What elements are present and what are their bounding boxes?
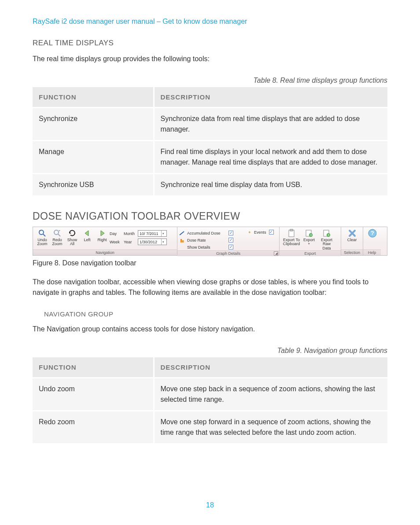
chevron-down-icon: ▾ (161, 239, 165, 245)
ribbon-group-help: ? Help (363, 227, 381, 255)
rtd-intro-text: The real time displays group provides th… (33, 54, 387, 64)
events-label: Events (254, 230, 266, 235)
redo-zoom-button[interactable]: Redo Zoom (50, 228, 65, 246)
show-all-button[interactable]: Show All (65, 228, 80, 246)
col-function: FUNCTION (33, 87, 154, 108)
export-raw-data-button[interactable]: Export Raw Data (317, 228, 337, 250)
undo-zoom-icon (38, 229, 47, 238)
export-to-clipboard-button[interactable]: Export To Clipboard (281, 228, 302, 246)
events-checkbox[interactable]: ✓ (269, 230, 274, 235)
col-description: DESCRIPTION (154, 357, 387, 378)
show-details-checkbox[interactable]: ✓ (228, 245, 233, 250)
week-button[interactable]: Week (110, 240, 123, 244)
clipboard-icon (287, 229, 296, 238)
dose-rate-checkbox[interactable]: ✓ (228, 238, 233, 242)
table9-caption: Table 9. Navigation group functions (33, 347, 387, 355)
table-rtd-functions: FUNCTION DESCRIPTION Synchronize Synchro… (33, 87, 387, 195)
group-title-selection: Selection (341, 250, 363, 255)
table-row: Synchronize Synchronize data from real t… (33, 108, 387, 141)
table-nav-functions: FUNCTION DESCRIPTION Undo zoom Move one … (33, 357, 387, 443)
table-row: Undo zoom Move one step back in a sequen… (33, 378, 387, 411)
help-icon: ? (368, 229, 376, 238)
svg-line-4 (180, 231, 184, 235)
dose-navigation-toolbar: Undo Zoom Redo Zoom Show All (33, 227, 387, 256)
line-icon (179, 231, 184, 236)
table8-caption: Table 8. Real time displays group functi… (33, 77, 387, 84)
clear-button[interactable]: Clear (343, 228, 361, 242)
accumulated-dose-label: Accumulated Dose (187, 231, 227, 235)
start-date-picker[interactable]: 10/ 7/2011 ▾ (138, 230, 167, 237)
svg-text:?: ? (371, 230, 374, 236)
show-details-label: Show Details (187, 245, 227, 250)
breadcrumb: RaySafe i2 dose manager user manual – Ge… (33, 18, 387, 26)
star-icon: ✦ (248, 230, 251, 235)
svg-point-2 (54, 230, 59, 235)
chevron-down-icon: ▾ (161, 231, 165, 236)
group-title-graph-details: Graph Details ◢ (177, 250, 279, 256)
svg-rect-8 (290, 229, 293, 231)
heading-dose-nav-overview: DOSE NAVIGATION TOOLBAR OVERVIEW (33, 210, 387, 222)
svg-line-1 (43, 234, 45, 236)
col-function: FUNCTION (33, 357, 154, 378)
export-button[interactable]: Export ▾ (302, 228, 317, 246)
svg-rect-6 (182, 240, 184, 242)
heading-navigation-group: NAVIGATION GROUP (44, 310, 387, 318)
col-description: DESCRIPTION (154, 87, 387, 108)
arrow-left-icon (83, 229, 92, 238)
year-button[interactable]: Year (124, 240, 137, 244)
chevron-down-icon: ▾ (308, 242, 310, 245)
month-button[interactable]: Month (124, 231, 137, 236)
group-title-help: Help (363, 250, 381, 255)
svg-line-3 (58, 234, 60, 236)
nav-group-intro: The Navigation group contains access too… (33, 324, 387, 334)
export-icon (305, 229, 313, 238)
ribbon-group-selection: Clear Selection (341, 227, 363, 255)
ribbon-group-graph-details: Accumulated Dose ✓ Dose Rate ✓ Show Deta… (177, 227, 280, 255)
help-button[interactable]: ? (365, 228, 379, 238)
group-title-export: Export (280, 250, 341, 256)
dialog-launcher-icon[interactable]: ◢ (274, 251, 278, 256)
end-date-picker[interactable]: 1/30/2012 ▾ (138, 239, 167, 245)
clear-icon (348, 229, 357, 238)
table-row: Redo zoom Move one step forward in a seq… (33, 411, 387, 444)
right-button[interactable]: Right (95, 228, 110, 242)
undo-zoom-button[interactable]: Undo Zoom (35, 228, 50, 246)
table-row: Synchronize USB Synchronize real time di… (33, 174, 387, 196)
export-raw-icon (322, 229, 331, 238)
day-button[interactable]: Day (110, 231, 123, 236)
time-range-selector: Day Month 10/ 7/2011 ▾ Week Year 1/30/20… (110, 228, 167, 246)
bar-icon (179, 238, 184, 243)
figure8-caption: Figure 8. Dose navigation toolbar (33, 259, 387, 267)
group-title-navigation: Navigation (33, 250, 177, 255)
left-button[interactable]: Left (80, 228, 95, 242)
heading-real-time-displays: REAL TIME DISPLAYS (33, 39, 387, 48)
refresh-icon (68, 229, 77, 238)
dose-rate-label: Dose Rate (187, 238, 227, 242)
accumulated-dose-checkbox[interactable]: ✓ (228, 231, 233, 235)
overview-body-text: The dose navigation toolbar, accessible … (33, 277, 387, 298)
page-number: 18 (0, 501, 420, 509)
ribbon-group-navigation: Undo Zoom Redo Zoom Show All (33, 227, 177, 255)
svg-rect-5 (181, 239, 182, 242)
redo-zoom-icon (53, 229, 62, 238)
ribbon-group-export: Export To Clipboard Export ▾ Export Raw … (280, 227, 341, 255)
arrow-right-icon (98, 229, 107, 238)
table-row: Manage Find real time displays in your l… (33, 141, 387, 174)
